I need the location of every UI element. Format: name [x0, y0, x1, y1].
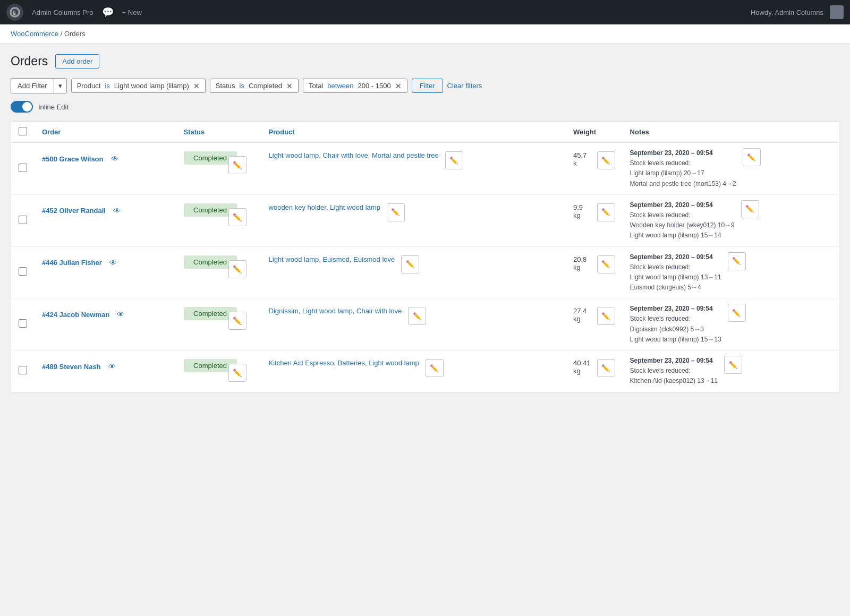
select-all-checkbox[interactable]	[19, 127, 27, 135]
filter-product-remove-button[interactable]: ✕	[193, 82, 200, 90]
main-content: Orders Add order Add Filter ▾ Product is…	[0, 44, 850, 392]
filter-status-tag: Status is Completed ✕	[210, 79, 299, 93]
weight-value: 9.9 kg	[573, 203, 591, 219]
table-row: #489 Steven Nash 👁 Completed ✏️ Kitchen …	[11, 350, 839, 392]
order-link[interactable]: #452 Oliver Randall	[42, 207, 106, 215]
product-edit-button[interactable]: ✏️	[401, 255, 419, 273]
clear-filters-link[interactable]: Clear filters	[447, 82, 482, 90]
row-checkbox-4[interactable]	[19, 366, 27, 374]
pencil-icon: ✏️	[233, 316, 242, 325]
pencil-icon: ✏️	[233, 265, 242, 273]
notes-edit-button[interactable]: ✏️	[743, 148, 761, 166]
notes-pencil-icon: ✏️	[747, 153, 756, 161]
product-link[interactable]: Light wood lamp	[369, 359, 419, 367]
product-link[interactable]: Chair with love	[322, 151, 368, 159]
filter-status-remove-button[interactable]: ✕	[286, 82, 293, 90]
column-header-product[interactable]: Product	[261, 122, 566, 143]
order-view-icon[interactable]: 👁	[113, 207, 121, 215]
row-checkbox-0[interactable]	[19, 164, 27, 172]
order-view-icon[interactable]: 👁	[111, 155, 118, 163]
product-link[interactable]: Kitchen Aid Espresso	[269, 359, 334, 367]
row-checkbox-3[interactable]	[19, 319, 27, 328]
weight-edit-button[interactable]: ✏️	[597, 307, 615, 325]
add-filter-dropdown-button[interactable]: ▾	[54, 79, 66, 93]
notes-edit-button[interactable]: ✏️	[728, 304, 746, 322]
product-link[interactable]: Euismod love	[353, 255, 395, 263]
product-link[interactable]: Dignissim	[269, 307, 299, 315]
add-filter-group: Add Filter ▾	[11, 78, 67, 93]
weight-cell: 20.8 kg ✏️	[566, 246, 623, 298]
admin-columns-pro-link[interactable]: Admin Columns Pro	[32, 8, 94, 16]
breadcrumb-woocommerce-link[interactable]: WooCommerce	[11, 30, 58, 38]
product-link[interactable]: Batteries	[338, 359, 365, 367]
status-edit-button[interactable]: ✏️	[228, 312, 246, 330]
column-header-status[interactable]: Status	[176, 122, 261, 143]
order-view-icon[interactable]: 👁	[117, 310, 124, 319]
notes-cell: September 23, 2020 – 09:54Stock levels r…	[623, 143, 839, 195]
order-link[interactable]: #489 Steven Nash	[42, 363, 101, 371]
add-filter-button[interactable]: Add Filter	[11, 79, 54, 93]
product-edit-button[interactable]: ✏️	[426, 359, 444, 377]
order-view-icon[interactable]: 👁	[108, 362, 116, 371]
notes-edit-button[interactable]: ✏️	[724, 356, 742, 374]
product-pencil-icon: ✏️	[449, 157, 458, 165]
product-link[interactable]: Light wood lamp	[302, 307, 353, 315]
notes-pencil-icon: ✏️	[732, 309, 741, 317]
notes-edit-button[interactable]: ✏️	[728, 252, 746, 270]
notes-edit-button[interactable]: ✏️	[741, 200, 759, 218]
notes-pencil-icon: ✏️	[745, 205, 754, 213]
filter-total-operator: between	[327, 82, 353, 90]
row-checkbox-1[interactable]	[19, 216, 27, 224]
filter-product-value: Light wood lamp (lilamp)	[114, 82, 189, 90]
weight-edit-button[interactable]: ✏️	[597, 255, 615, 273]
new-content-link[interactable]: + New	[122, 8, 142, 16]
user-avatar[interactable]	[830, 5, 844, 19]
weight-edit-button[interactable]: ✏️	[597, 151, 615, 169]
product-link[interactable]: Light wood lamp	[330, 203, 380, 211]
order-link[interactable]: #446 Julian Fisher	[42, 259, 102, 267]
table-row: #424 Jacob Newman 👁 Completed ✏️ Digniss…	[11, 298, 839, 350]
product-links: Kitchen Aid Espresso, Batteries, Light w…	[269, 359, 419, 367]
filter-apply-button[interactable]: Filter	[412, 79, 443, 93]
order-cell: #446 Julian Fisher 👁	[35, 246, 176, 298]
order-link[interactable]: #424 Jacob Newman	[42, 311, 109, 319]
table-header-row: Order Status Product Weight Notes	[11, 122, 839, 143]
order-view-icon[interactable]: 👁	[109, 259, 117, 267]
product-link[interactable]: Euismod	[322, 255, 350, 263]
product-edit-button[interactable]: ✏️	[408, 307, 426, 325]
filter-total-remove-button[interactable]: ✕	[395, 82, 402, 90]
breadcrumb-separator: /	[61, 30, 64, 38]
status-edit-button[interactable]: ✏️	[228, 156, 246, 174]
product-cell: Light wood lamp, Chair with love, Mortal…	[261, 143, 566, 195]
status-edit-button[interactable]: ✏️	[228, 260, 246, 278]
page-title: Orders	[11, 54, 48, 69]
product-link[interactable]: Light wood lamp	[269, 151, 319, 159]
product-edit-button[interactable]: ✏️	[387, 203, 405, 221]
weight-value: 27.4 kg	[573, 307, 591, 323]
product-edit-button[interactable]: ✏️	[445, 151, 463, 169]
notes-content: September 23, 2020 – 09:54Stock levels r…	[630, 356, 718, 387]
inline-edit-toggle[interactable]	[11, 101, 33, 113]
product-link[interactable]: Light wood lamp	[269, 255, 319, 263]
inline-edit-row: Inline Edit	[11, 101, 839, 113]
weight-edit-button[interactable]: ✏️	[597, 203, 615, 221]
filter-total-tag: Total between 200 - 1500 ✕	[303, 79, 407, 93]
product-pencil-icon: ✏️	[391, 208, 400, 216]
product-link[interactable]: Chair with love	[356, 307, 402, 315]
notes-pencil-icon: ✏️	[732, 257, 741, 265]
product-link[interactable]: wooden key holder	[269, 203, 326, 211]
product-link[interactable]: Mortal and pestle tree	[372, 151, 439, 159]
column-header-order[interactable]: Order	[35, 122, 176, 143]
status-edit-button[interactable]: ✏️	[228, 208, 246, 226]
breadcrumb-current: Orders	[64, 30, 86, 38]
notes-cell: September 23, 2020 – 09:54Stock levels r…	[623, 246, 839, 298]
add-order-button[interactable]: Add order	[55, 54, 99, 69]
order-link[interactable]: #500 Grace Wilson	[42, 155, 104, 163]
wp-logo-icon[interactable]	[6, 4, 23, 21]
comments-icon[interactable]: 💬	[102, 6, 114, 18]
pencil-icon: ✏️	[233, 369, 242, 377]
row-checkbox-2[interactable]	[19, 267, 27, 276]
product-links: wooden key holder, Light wood lamp	[269, 203, 380, 211]
weight-edit-button[interactable]: ✏️	[597, 359, 615, 377]
status-edit-button[interactable]: ✏️	[228, 364, 246, 382]
